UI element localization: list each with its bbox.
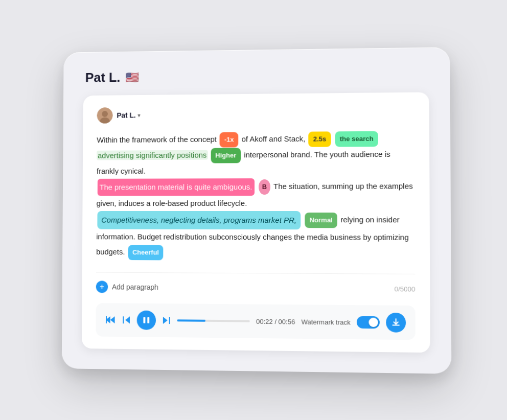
page-title-row: Pat L. 🇺🇸 — [83, 66, 429, 86]
content-body: Within the framework of the concept -1x … — [96, 131, 415, 262]
forward-step-button[interactable] — [162, 317, 171, 324]
svg-rect-8 — [143, 317, 145, 323]
text-highlight-advertising: advertising significantly positions — [97, 150, 208, 160]
tag-higher: Higher — [211, 148, 241, 164]
user-header: Pat L. ▾ — [97, 105, 415, 124]
progress-bar[interactable] — [177, 320, 250, 322]
device-frame: Pat L. 🇺🇸 Pat L. ▾ Within the framework … — [62, 48, 452, 375]
audio-player: 00:22 / 00:56 Watermark track — [96, 304, 416, 340]
add-paragraph-row: + Add paragraph 0/5000 — [96, 272, 416, 295]
text-p1-mid: of Akoff and Stack, — [242, 134, 306, 144]
tag-minus-1x: -1x — [220, 132, 239, 148]
rewind-step-button[interactable] — [122, 317, 131, 324]
add-paragraph-label: Add paragraph — [112, 283, 158, 292]
svg-marker-6 — [125, 317, 130, 324]
rewind-far-button[interactable] — [105, 316, 116, 323]
tag-competitiveness: Competitiveness, neglecting details, pro… — [97, 211, 301, 229]
svg-marker-4 — [110, 317, 115, 324]
tag-2-5s: 2.5s — [309, 132, 331, 147]
add-paragraph-action[interactable]: + Add paragraph — [96, 281, 158, 294]
chevron-down-icon: ▾ — [137, 112, 140, 118]
tag-the-search: the search — [335, 131, 378, 147]
svg-rect-9 — [147, 317, 149, 323]
add-paragraph-button[interactable]: + — [96, 281, 108, 293]
char-count-display: 0/5000 — [395, 285, 416, 293]
svg-rect-5 — [106, 316, 107, 323]
text-p1-pre: Within the framework of the concept — [97, 135, 217, 144]
progress-bar-fill — [177, 320, 205, 322]
svg-rect-7 — [123, 317, 124, 324]
tag-b: B — [259, 179, 270, 195]
user-name-dropdown[interactable]: Pat L. ▾ — [117, 111, 140, 120]
tag-presentation-highlight: The presentation material is quite ambig… — [98, 179, 255, 196]
watermark-toggle[interactable] — [357, 316, 380, 329]
main-card: Pat L. ▾ Within the framework of the con… — [82, 92, 430, 353]
play-pause-button[interactable] — [137, 311, 156, 330]
svg-rect-11 — [169, 317, 170, 324]
download-button[interactable] — [386, 313, 406, 333]
flag-icon: 🇺🇸 — [125, 71, 139, 84]
avatar — [97, 108, 113, 124]
user-name-label: Pat L. — [117, 111, 135, 120]
svg-marker-10 — [163, 317, 168, 324]
toggle-knob — [368, 318, 378, 327]
watermark-track-label: Watermark track — [301, 318, 350, 326]
page-title: Pat L. — [85, 70, 121, 86]
tag-normal: Normal — [305, 213, 337, 228]
tag-cheerful: Cheerful — [128, 245, 164, 261]
time-display: 00:22 / 00:56 — [256, 318, 295, 326]
